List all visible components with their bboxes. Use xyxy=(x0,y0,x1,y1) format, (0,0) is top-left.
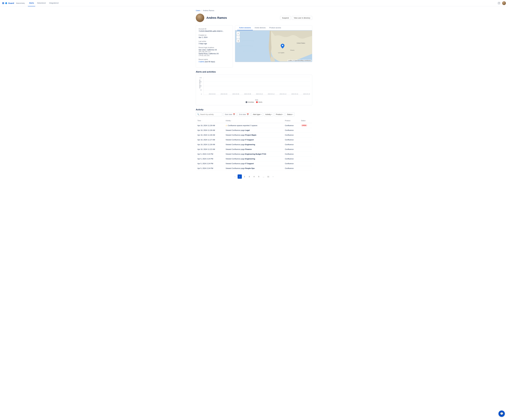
product-filter[interactable]: Product xyxy=(275,112,284,116)
nav-detections[interactable]: Detections xyxy=(36,0,47,6)
x-label-7: 2024-04-16 xyxy=(291,93,298,95)
page-title: Andres Ramos xyxy=(206,16,227,20)
table-row: Apr 19, 2024 11:22 AMViewed Confluence p… xyxy=(196,147,312,152)
page-ellipsis: ... xyxy=(261,174,266,179)
activity-filter[interactable]: Activity xyxy=(264,112,273,116)
svg-text:Phoenix: Phoenix xyxy=(290,50,294,51)
row-status-2 xyxy=(299,133,312,138)
login-locations-label: Recent login locations xyxy=(199,47,230,49)
row-time-7: Apr 5, 2024 2:24 PM xyxy=(196,157,224,161)
details-panel: Account ID 712020:09e825f6-ad94-45d5-9..… xyxy=(196,25,312,67)
chart-area: Event volume 100 75 50 25 0 xyxy=(198,77,310,98)
x-label-0: 2024-04-02 xyxy=(209,93,216,95)
recent-alerts-row: Recent alerts 3 alerts (last 90 days) xyxy=(199,58,230,63)
activity-section-title: Activity xyxy=(196,109,312,111)
recent-alerts-suffix: (last 90 days) xyxy=(205,61,215,63)
status-badge-0: OPEN xyxy=(301,124,307,126)
activity-section: Activity 🔍 Start date 📅 End date 📅 Alert… xyxy=(196,109,312,181)
page-11-button[interactable]: 11 xyxy=(266,174,270,179)
row-status-5 xyxy=(299,147,312,152)
activity-bold-8: IT Support xyxy=(245,163,254,165)
row-activity-0: ⚠Confluence spaces exported: 5 spaces xyxy=(224,123,283,128)
row-time-2: Apr 19, 2024 11:28 AM xyxy=(196,133,224,138)
login-location-2: Santa Rosa, California US xyxy=(199,53,230,55)
x-axis-labels: 2024-04-022024-04-042024-04-062024-04-08… xyxy=(209,93,310,95)
pagination: ‹ 1 2 3 4 5 ... 11 › xyxy=(196,172,312,181)
legend-activities: Activities xyxy=(246,101,254,103)
legend-alerts-dot xyxy=(256,101,258,103)
x-label-4: 2024-04-10 xyxy=(256,93,263,95)
row-time-8: Apr 5, 2024 2:24 PM xyxy=(196,161,224,166)
account-id-value: 712020:09e825f6-ad94-45d5-9... xyxy=(199,30,230,32)
chart-title: Alerts and activities xyxy=(196,71,312,73)
alert-warning-icon: ⚠ xyxy=(225,124,227,126)
activity-bold-3: IT Support xyxy=(245,139,254,141)
bars-container xyxy=(203,77,310,95)
start-date-label: Start date xyxy=(225,113,232,115)
end-date-input[interactable]: End date 📅 xyxy=(238,112,250,116)
y-label-100: 100 xyxy=(199,77,202,79)
recent-alerts-link[interactable]: 3 alerts xyxy=(199,61,204,63)
status-filter[interactable]: Status xyxy=(285,112,294,116)
table-row: Apr 5, 2024 2:24 PMViewed Confluence pag… xyxy=(196,166,312,171)
calendar-icon-start: 📅 xyxy=(233,113,235,115)
login-ip-1: 204.236.164.172 xyxy=(199,51,230,53)
row-status-7 xyxy=(299,157,312,161)
start-date-input[interactable]: Start date 📅 xyxy=(223,112,237,116)
help-icon[interactable]: ? xyxy=(497,2,501,5)
page-4-button[interactable]: 4 xyxy=(252,174,256,179)
x-label-8: 2024-04-19 xyxy=(303,93,310,95)
next-page-button[interactable]: › xyxy=(271,174,275,179)
row-status-4 xyxy=(299,142,312,147)
page-2-button[interactable]: 2 xyxy=(242,174,247,179)
map-container: United States Los Angeles Phoenix + xyxy=(235,30,312,62)
page-1-button[interactable]: 1 xyxy=(238,174,242,179)
search-input[interactable] xyxy=(200,113,221,115)
nav-alerts[interactable]: Alerts xyxy=(28,0,35,6)
page-3-button[interactable]: 3 xyxy=(247,174,251,179)
login-locations-row: Recent login locations San Jose, Califor… xyxy=(199,47,230,57)
user-avatar-nav[interactable] xyxy=(502,1,506,5)
row-status-3 xyxy=(299,138,312,142)
row-time-5: Apr 19, 2024 11:22 AM xyxy=(196,147,224,152)
tab-active-sessions[interactable]: Active sessions xyxy=(237,25,253,30)
x-label-3: 2024-04-08 xyxy=(244,93,251,95)
activity-bold-6: Engineering Budget FY24 xyxy=(245,153,266,155)
map-location-btn[interactable]: ◎ xyxy=(236,39,240,43)
table-row: Apr 5, 2024 2:24 PMViewed Confluence pag… xyxy=(196,152,312,157)
row-time-0: Apr 19, 2024 11:29 AM xyxy=(196,123,224,128)
atlassian-icon: 🔷 xyxy=(5,2,7,4)
legend-alerts: Alerts xyxy=(256,101,262,103)
app-logo[interactable]: ⊞ 🔷 Guard xyxy=(2,2,14,5)
chart-plot: 2024-04-022024-04-042024-04-062024-04-08… xyxy=(203,77,310,95)
alert-type-filter[interactable]: Alert type xyxy=(251,112,263,116)
row-status-0: OPEN xyxy=(299,123,312,128)
table-header: Time ↕ Activity ↕ Product Status xyxy=(196,118,312,123)
breadcrumb-users[interactable]: Users xyxy=(196,9,200,12)
suspend-button[interactable]: Suspend xyxy=(280,16,291,20)
x-label-1: 2024-04-04 xyxy=(221,93,227,95)
row-product-2: Confluence xyxy=(283,133,299,138)
row-time-3: Apr 19, 2024 11:27 AM xyxy=(196,138,224,142)
map-zoom-in[interactable]: + xyxy=(236,32,240,35)
tab-active-devices[interactable]: Active devices xyxy=(253,25,268,30)
legend-activities-dot xyxy=(246,101,247,103)
workspace-label: beaconseq xyxy=(16,2,25,4)
nav-integrations[interactable]: Integrations xyxy=(48,0,60,6)
map-attribution: Leaflet | © OpenStreetMap contributors xyxy=(287,60,312,61)
activity-bold-5: Finance xyxy=(245,148,252,150)
last-active-label: Last active xyxy=(199,40,230,42)
page-5-button[interactable]: 5 xyxy=(257,174,261,179)
view-directory-button[interactable]: View user in directory xyxy=(292,16,312,20)
nav-right: ? xyxy=(497,1,506,5)
chart-section: Alerts and activities Event volume 100 7… xyxy=(196,71,312,105)
tab-product-access[interactable]: Product access xyxy=(268,25,283,30)
row-product-0: Confluence xyxy=(283,123,299,128)
row-status-8 xyxy=(299,161,312,166)
map-zoom-out[interactable]: − xyxy=(236,35,240,39)
x-axis-title: Date xyxy=(198,99,310,101)
row-product-6: Confluence xyxy=(283,152,299,157)
prev-page-button[interactable]: ‹ xyxy=(233,174,237,179)
y-label-75: 75 xyxy=(200,81,202,83)
activity-bold-4: Engineering xyxy=(245,144,255,145)
